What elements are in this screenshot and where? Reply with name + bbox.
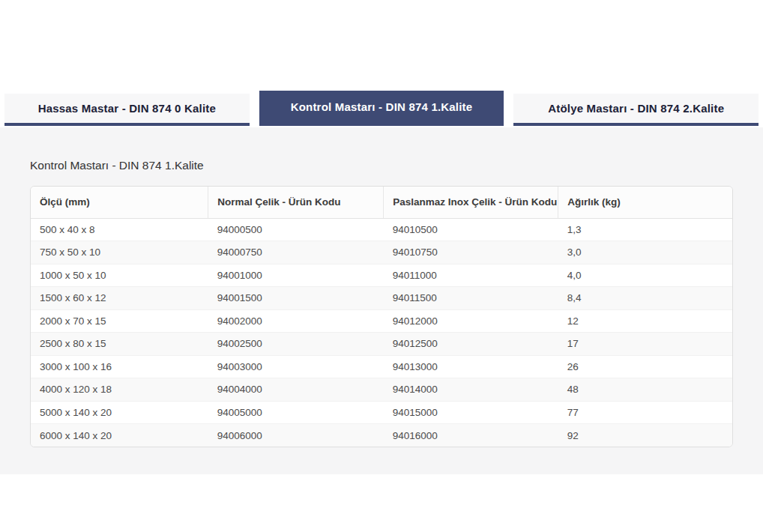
table-cell: 94010500	[384, 218, 558, 241]
table-cell: 17	[558, 333, 732, 356]
table-cell: 94003000	[208, 355, 384, 378]
table-cell: 94000500	[208, 218, 384, 241]
table-cell: 94013000	[384, 355, 558, 378]
table-cell: 4000 x 120 x 18	[31, 378, 208, 402]
tab-label: Atölye Mastarı - DIN 874 2.Kalite	[548, 102, 724, 115]
column-header: Normal Çelik - Ürün Kodu	[208, 187, 384, 218]
table-cell: 77	[558, 401, 732, 424]
column-header: Paslanmaz Inox Çelik - Ürün Kodu	[384, 187, 558, 218]
table-cell: 94011500	[384, 287, 558, 310]
table-cell: 2000 x 70 x 15	[31, 309, 208, 333]
table-cell: 94015000	[384, 401, 558, 424]
table-cell: 94006000	[208, 424, 384, 447]
table-cell: 5000 x 140 x 20	[31, 401, 208, 424]
table-cell: 94012500	[384, 333, 558, 356]
table-cell: 94000750	[208, 241, 384, 265]
table-cell: 12	[558, 309, 732, 333]
table-cell: 94001500	[208, 287, 384, 310]
table-cell: 3,0	[558, 241, 732, 265]
spec-table: Ölçü (mm)Normal Çelik - Ürün KoduPaslanm…	[31, 187, 732, 447]
table-cell: 94004000	[208, 378, 384, 402]
tab-kontrol-mastari[interactable]: Kontrol Mastarı - DIN 874 1.Kalite	[259, 91, 504, 126]
table-row: 500 x 40 x 894000500940105001,3	[31, 218, 732, 241]
tab-label: Kontrol Mastarı - DIN 874 1.Kalite	[291, 100, 473, 113]
table-cell: 94014000	[384, 378, 558, 402]
table-cell: 94001000	[208, 264, 384, 287]
table-row: 1500 x 60 x 1294001500940115008,4	[31, 287, 732, 310]
table-header-row: Ölçü (mm)Normal Çelik - Ürün KoduPaslanm…	[31, 187, 732, 218]
table-cell: 94005000	[208, 401, 384, 424]
table-cell: 6000 x 140 x 20	[31, 424, 208, 447]
table-cell: 94011000	[384, 264, 558, 287]
table-cell: 92	[558, 424, 732, 447]
table-cell: 26	[558, 355, 732, 378]
table-row: 2500 x 80 x 15940025009401250017	[31, 333, 732, 356]
table-row: 750 x 50 x 1094000750940107503,0	[31, 241, 732, 265]
table-cell: 94002500	[208, 333, 384, 356]
column-header: Ağırlık (kg)	[558, 187, 732, 218]
table-row: 6000 x 140 x 20940060009401600092	[31, 424, 732, 447]
table-cell: 94010750	[384, 241, 558, 265]
table-row: 1000 x 50 x 1094001000940110004,0	[31, 264, 732, 287]
table-row: 2000 x 70 x 15940020009401200012	[31, 309, 732, 333]
table-body: 500 x 40 x 894000500940105001,3750 x 50 …	[31, 218, 732, 447]
table-cell: 1000 x 50 x 10	[31, 264, 208, 287]
panel-title: Kontrol Mastarı - DIN 874 1.Kalite	[30, 158, 733, 172]
table-cell: 94016000	[384, 424, 558, 447]
tab-label: Hassas Mastar - DIN 874 0 Kalite	[38, 102, 216, 115]
tab-bar: Hassas Mastar - DIN 874 0 Kalite Kontrol…	[0, 91, 763, 126]
spec-table-container: Ölçü (mm)Normal Çelik - Ürün KoduPaslanm…	[30, 186, 733, 447]
table-cell: 750 x 50 x 10	[31, 241, 208, 265]
table-cell: 1,3	[558, 218, 732, 241]
table-cell: 1500 x 60 x 12	[31, 287, 208, 310]
table-cell: 500 x 40 x 8	[31, 218, 208, 241]
table-cell: 8,4	[558, 287, 732, 310]
content-panel: Kontrol Mastarı - DIN 874 1.Kalite Ölçü …	[0, 127, 763, 474]
table-header: Ölçü (mm)Normal Çelik - Ürün KoduPaslanm…	[31, 187, 732, 218]
tab-atolye-mastari[interactable]: Atölye Mastarı - DIN 874 2.Kalite	[513, 94, 759, 126]
table-cell: 94002000	[208, 309, 384, 333]
table-cell: 3000 x 100 x 16	[31, 355, 208, 378]
table-row: 5000 x 140 x 20940050009401500077	[31, 401, 732, 424]
table-row: 3000 x 100 x 16940030009401300026	[31, 355, 732, 378]
table-row: 4000 x 120 x 18940040009401400048	[31, 378, 732, 402]
table-cell: 48	[558, 378, 732, 402]
table-cell: 94012000	[384, 309, 558, 333]
column-header: Ölçü (mm)	[31, 187, 208, 218]
tab-hassas-mastar[interactable]: Hassas Mastar - DIN 874 0 Kalite	[4, 94, 250, 126]
table-cell: 4,0	[558, 264, 732, 287]
table-cell: 2500 x 80 x 15	[31, 333, 208, 356]
